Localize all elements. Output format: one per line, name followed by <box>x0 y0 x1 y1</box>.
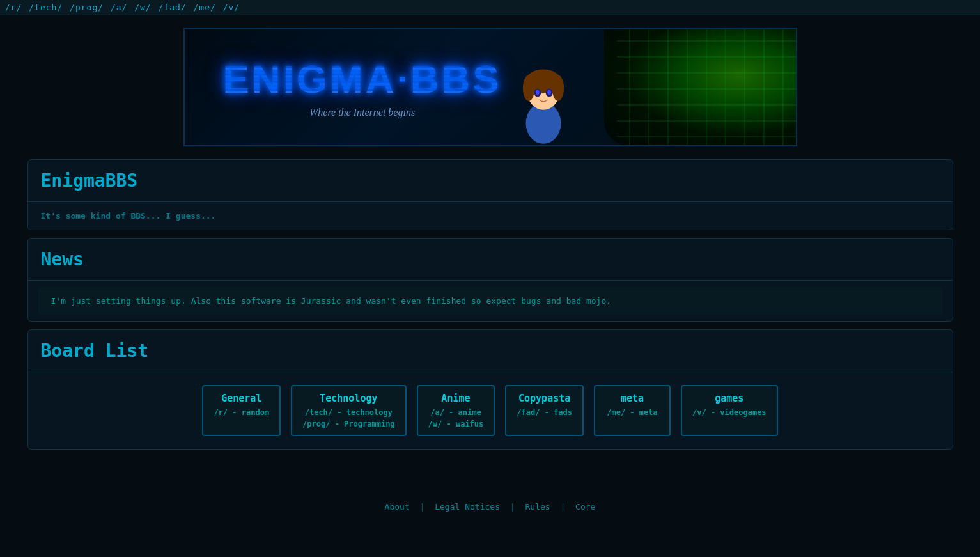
banner-container: ENIGMA·BBS Where the Internet begins <box>0 15 980 153</box>
footer-separator-2: | <box>510 502 515 512</box>
board-category-general: General /r/ - random <box>202 385 281 436</box>
banner-image <box>502 28 796 146</box>
site-subtitle: It's some kind of BBS... I guess... <box>41 211 940 221</box>
board-list-title: Board List <box>41 340 940 361</box>
board-link-fads[interactable]: /fad/ - fads <box>517 408 572 417</box>
category-title-anime: Anime <box>428 393 484 404</box>
banner-text: ENIGMA·BBS Where the Internet begins <box>185 56 502 118</box>
board-link-random[interactable]: /r/ - random <box>214 408 269 417</box>
nav-links: /r/ /tech/ /prog/ /a/ /w/ /fad/ /me/ /v/ <box>5 3 241 12</box>
main-content: EnigmaBBS It's some kind of BBS... I gue… <box>17 153 963 464</box>
board-grid: General /r/ - random Technology /tech/ -… <box>28 372 953 449</box>
footer-link-legal[interactable]: Legal Notices <box>435 502 500 512</box>
banner-title: ENIGMA·BBS <box>223 56 502 102</box>
board-link-prog[interactable]: /prog/ - Programming <box>302 420 395 428</box>
site-info-header: EnigmaBBS <box>28 160 953 202</box>
board-link-meta[interactable]: /me/ - meta <box>605 408 659 417</box>
site-info-body: It's some kind of BBS... I guess... <box>28 202 953 230</box>
category-title-games: games <box>692 393 766 404</box>
banner-subtitle: Where the Internet begins <box>309 107 415 118</box>
board-category-games: games /v/ - videogames <box>681 385 778 436</box>
footer-link-core[interactable]: Core <box>575 502 595 512</box>
nav-link-v[interactable]: /v/ <box>223 3 240 12</box>
nav-link-me[interactable]: /me/ <box>194 3 216 12</box>
footer-separator-1: | <box>420 502 425 512</box>
top-navigation: /r/ /tech/ /prog/ /a/ /w/ /fad/ /me/ /v/ <box>0 0 980 15</box>
board-category-meta: meta /me/ - meta <box>594 385 671 436</box>
category-title-copypasta: Copypasta <box>517 393 572 404</box>
category-title-technology: Technology <box>302 393 395 404</box>
svg-point-7 <box>536 90 540 95</box>
svg-point-3 <box>523 75 534 101</box>
nav-link-a[interactable]: /a/ <box>111 3 127 12</box>
board-category-technology: Technology /tech/ - technology /prog/ - … <box>291 385 407 436</box>
nav-link-tech[interactable]: /tech/ <box>29 3 63 12</box>
anime-character-icon <box>508 47 579 146</box>
site-title: EnigmaBBS <box>41 170 940 191</box>
site-banner: ENIGMA·BBS Where the Internet begins <box>183 28 797 146</box>
news-card: News I'm just setting things up. Also th… <box>27 238 953 322</box>
svg-point-8 <box>547 90 551 95</box>
footer-link-rules[interactable]: Rules <box>525 502 550 512</box>
board-list-header: Board List <box>28 330 953 372</box>
board-link-anime[interactable]: /a/ - anime <box>428 408 484 417</box>
footer: About | Legal Notices | Rules | Core <box>0 489 980 524</box>
board-category-copypasta: Copypasta /fad/ - fads <box>505 385 584 436</box>
board-link-tech[interactable]: /tech/ - technology <box>302 408 395 417</box>
category-title-meta: meta <box>605 393 659 404</box>
footer-separator-3: | <box>560 502 565 512</box>
board-link-videogames[interactable]: /v/ - videogames <box>692 408 766 417</box>
nav-link-r[interactable]: /r/ <box>5 3 22 12</box>
site-info-card: EnigmaBBS It's some kind of BBS... I gue… <box>27 159 953 230</box>
news-header: News <box>28 239 953 281</box>
board-link-waifus[interactable]: /w/ - waifus <box>428 420 484 428</box>
svg-point-4 <box>552 75 563 101</box>
nav-link-w[interactable]: /w/ <box>134 3 151 12</box>
category-title-general: General <box>214 393 269 404</box>
board-category-anime: Anime /a/ - anime /w/ - waifus <box>417 385 495 436</box>
nav-link-prog[interactable]: /prog/ <box>70 3 104 12</box>
news-title: News <box>41 249 940 270</box>
board-list-card: Board List General /r/ - random Technolo… <box>27 329 953 450</box>
footer-link-about[interactable]: About <box>385 502 410 512</box>
earth-grid-icon <box>617 28 796 146</box>
nav-link-fad[interactable]: /fad/ <box>159 3 187 12</box>
news-body: I'm just setting things up. Also this so… <box>38 287 942 315</box>
